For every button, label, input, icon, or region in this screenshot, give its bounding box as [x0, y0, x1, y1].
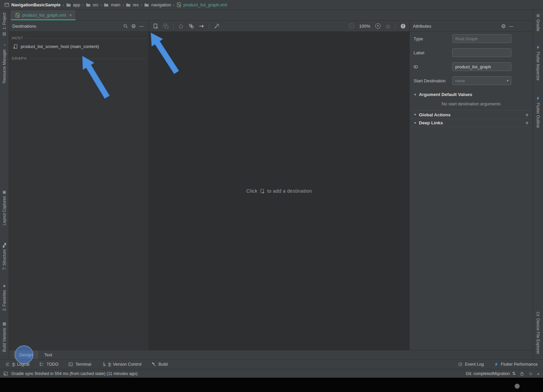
sidebar-item-structure[interactable]: ▞ 7: Structure: [0, 243, 9, 270]
editor-tab-active[interactable]: product_list_graph.xml ×: [11, 10, 76, 20]
build-variants-icon: ▦: [2, 322, 6, 326]
graph-section-header: GRAPH: [9, 53, 149, 61]
assign-start-destination-button[interactable]: [178, 23, 184, 29]
main-area: Destinations — HOST product_list_screen_…: [9, 21, 533, 350]
sidebar-item-layout-captures[interactable]: ▣ Layout Captures: [0, 190, 9, 225]
nav-graph-file-icon: [15, 13, 20, 18]
breadcrumb-file[interactable]: product_list_graph.xml: [175, 2, 228, 7]
smiley-feedback-icon[interactable]: ☺: [528, 371, 533, 376]
sidebar-item-project[interactable]: 1: Project ▤: [0, 13, 9, 36]
status-dot-icon[interactable]: ●: [537, 371, 540, 376]
chevron-separator-icon: ›: [62, 2, 64, 7]
tool-button-build[interactable]: Build: [151, 362, 168, 367]
sidebar-item-gradle[interactable]: ◍ Gradle: [533, 13, 543, 31]
auto-arrange-button[interactable]: [213, 23, 219, 29]
add-destination-button[interactable]: [152, 23, 158, 29]
search-icon[interactable]: [121, 24, 129, 29]
event-log-icon: [458, 362, 463, 367]
chevron-separator-icon: ›: [172, 2, 175, 7]
nav-graph-file-icon: [176, 2, 181, 7]
breadcrumb-src[interactable]: src: [85, 2, 99, 7]
collapse-triangle-icon[interactable]: ▼: [414, 113, 417, 116]
sidebar-item-flutter-outline[interactable]: Flutter Outline: [533, 96, 543, 128]
tool-button-event-log[interactable]: Event Log: [458, 362, 484, 367]
sidebar-item-flutter-inspector[interactable]: Flutter Inspector: [533, 45, 543, 81]
git-branch-widget[interactable]: Git: completedMigration ⇅: [466, 371, 516, 376]
section-deep-links[interactable]: ▼ Deep Links +: [410, 119, 533, 127]
tool-window-toggle-icon[interactable]: [3, 371, 8, 376]
toolbar-separator: [395, 23, 396, 29]
add-deep-link-button[interactable]: +: [525, 120, 529, 126]
add-action-button[interactable]: [198, 23, 204, 29]
breadcrumb-navigation[interactable]: navigation: [143, 2, 172, 7]
attributes-title: Attributes: [413, 24, 499, 29]
tool-button-logcat[interactable]: 6: Logcat: [5, 362, 29, 367]
deep-link-button[interactable]: [188, 23, 194, 29]
zoom-to-fit-button[interactable]: ◎: [385, 23, 391, 29]
version-control-icon: [101, 362, 106, 367]
folder-icon: [66, 2, 71, 7]
device-phone-icon: [536, 312, 540, 316]
editor-tab-bar: product_list_graph.xml ×: [9, 10, 533, 21]
sidebar-item-build-variants[interactable]: ▦ Build Variants: [0, 322, 9, 352]
flutter-bolt-icon: [536, 96, 540, 101]
status-bar: Gradle sync finished in 554 ms (from cac…: [0, 369, 543, 378]
gear-icon[interactable]: [499, 24, 507, 29]
active-tab-underline: [11, 19, 76, 20]
tool-button-flutter-performance[interactable]: Flutter Performance: [494, 362, 538, 367]
zoom-in-button[interactable]: +: [375, 23, 381, 29]
toolbar-separator: [209, 23, 209, 29]
host-item[interactable]: product_list_screen_host (main_content): [9, 41, 149, 51]
window-icon: [4, 2, 9, 7]
argument-defaults-empty-text: No start destination arguments: [410, 99, 533, 110]
project-icon: ▤: [2, 32, 6, 36]
chevron-separator-icon: ›: [100, 2, 102, 7]
tab-design[interactable]: Design: [14, 350, 38, 359]
id-field[interactable]: product_list_graph: [452, 62, 511, 71]
section-global-actions[interactable]: ▼ Global Actions +: [410, 110, 533, 119]
notification-dot: [515, 384, 520, 389]
structure-icon: ▞: [3, 243, 6, 247]
flutter-bolt-icon: [494, 362, 499, 367]
sidebar-item-device-file-explorer[interactable]: Device File Explorer: [533, 312, 543, 354]
breadcrumb-res[interactable]: res: [125, 2, 140, 7]
chevron-separator-icon: ›: [140, 2, 143, 7]
nested-graph-button[interactable]: [163, 23, 169, 29]
sidebar-item-favorites[interactable]: ★ 2: Favorites: [0, 284, 9, 311]
issues-button[interactable]: [400, 23, 406, 29]
start-destination-select[interactable]: none ▼: [452, 76, 511, 85]
tool-button-todo[interactable]: TODO: [39, 362, 58, 367]
zoom-level: 100%: [359, 24, 370, 29]
section-argument-default-values[interactable]: ▼ Argument Default Values: [410, 90, 533, 99]
bottom-tool-window-bar: 6: Logcat TODO Terminal 9: Version Contr…: [0, 359, 543, 369]
sidebar-item-resource-manager[interactable]: ◔ Resource Manager: [0, 43, 9, 83]
breadcrumb-main[interactable]: main: [103, 2, 121, 7]
chevron-down-icon: ▼: [504, 77, 511, 85]
gradle-icon: ◍: [536, 13, 540, 17]
breadcrumb-project[interactable]: NavigationBasicSample: [3, 2, 61, 7]
bottom-black-strip: [0, 378, 543, 392]
label-field[interactable]: [452, 48, 511, 57]
lock-icon[interactable]: [520, 371, 524, 376]
attr-row-label: Label: [410, 46, 533, 60]
tab-text[interactable]: Text: [38, 350, 58, 359]
breadcrumb-app[interactable]: app: [65, 2, 81, 7]
left-tool-stripe: 1: Project ▤ ◔ Resource Manager ▣ Layout…: [0, 10, 9, 359]
design-surface-toolbar: − 100% + ◎: [149, 21, 409, 32]
tool-button-version-control[interactable]: 9: Version Control: [101, 362, 141, 367]
attributes-panel: Attributes — Type Root Graph Label ID pr: [409, 21, 533, 350]
close-tab-icon[interactable]: ×: [69, 13, 72, 18]
design-surface[interactable]: − 100% + ◎ Click to add a destination: [149, 21, 409, 350]
zoom-out-button[interactable]: −: [349, 23, 354, 29]
hide-panel-icon[interactable]: —: [507, 24, 515, 28]
tool-button-terminal[interactable]: Terminal: [68, 362, 91, 367]
folder-icon: [86, 2, 91, 7]
hide-panel-icon[interactable]: —: [137, 24, 145, 28]
collapse-triangle-icon[interactable]: ▼: [414, 93, 417, 96]
collapse-triangle-icon[interactable]: ▼: [414, 121, 417, 125]
gear-icon[interactable]: [129, 24, 137, 29]
add-global-action-button[interactable]: +: [525, 112, 529, 118]
editor-mode-tabs: Design Text: [9, 350, 533, 359]
folder-icon: [144, 2, 149, 7]
chevron-separator-icon: ›: [81, 2, 84, 7]
